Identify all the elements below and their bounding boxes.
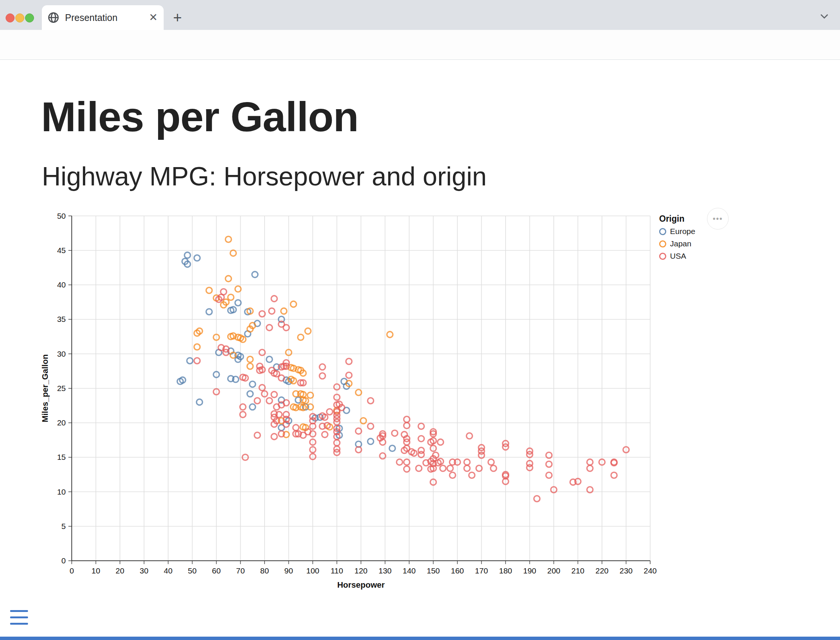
point-usa (368, 423, 374, 429)
point-usa (322, 431, 328, 437)
browser-tab-strip: Presentation ✕ + (0, 0, 840, 30)
tick-label-y: 5 (61, 522, 66, 530)
point-usa (404, 466, 410, 472)
point-japan (247, 356, 253, 362)
tick-label-x: 50 (188, 566, 196, 575)
globe-favicon-icon (48, 12, 59, 23)
point-usa (259, 385, 265, 390)
x-axis-title: Horsepower (337, 580, 385, 590)
tick-label-x: 80 (260, 566, 269, 575)
point-usa (271, 296, 277, 302)
point-japan (305, 328, 311, 334)
tick-label-x: 10 (91, 566, 100, 575)
point-japan (225, 275, 231, 282)
point-usa (368, 398, 374, 404)
point-usa (488, 459, 494, 465)
point-japan (235, 286, 241, 292)
y-axis-title: Miles_per_Gallon (40, 354, 50, 422)
mpg-horsepower-scatter: 0102030405060708090100110120130140150160… (0, 60, 840, 640)
point-usa (269, 308, 275, 314)
point-japan (194, 344, 200, 350)
point-usa (418, 451, 424, 458)
point-usa (404, 416, 410, 422)
point-usa (404, 422, 410, 429)
tick-label-x: 210 (571, 566, 584, 575)
point-japan (387, 331, 393, 338)
chevron-down-icon[interactable] (818, 9, 831, 22)
tick-label-x: 40 (164, 566, 172, 575)
tick-label-x: 30 (140, 566, 149, 575)
tab-close-icon[interactable]: ✕ (149, 12, 158, 23)
point-europe (252, 271, 258, 277)
point-usa (404, 459, 410, 465)
tick-label-x: 200 (547, 566, 560, 575)
point-usa (587, 459, 593, 465)
legend-label: Europe (670, 227, 695, 236)
point-usa (240, 411, 246, 418)
legend-ring-icon (659, 253, 666, 260)
point-usa (259, 350, 265, 355)
point-europe (368, 438, 374, 445)
tick-label-x: 240 (644, 566, 656, 575)
legend-item-japan[interactable]: Japan (659, 239, 695, 248)
point-usa (327, 409, 332, 414)
point-japan (230, 250, 236, 256)
point-japan (225, 236, 231, 242)
point-usa (466, 433, 472, 439)
tick-label-x: 150 (427, 566, 440, 575)
tick-label-y: 25 (57, 384, 66, 392)
tick-label-x: 20 (115, 566, 124, 575)
tick-label-y: 30 (57, 350, 66, 358)
point-japan (228, 294, 234, 300)
point-usa (611, 472, 617, 478)
tick-label-y: 40 (57, 280, 66, 289)
point-europe (206, 309, 212, 315)
tick-label-x: 70 (236, 566, 245, 575)
point-usa (319, 364, 326, 370)
point-usa (194, 358, 200, 364)
presentation-progress-bar[interactable] (0, 637, 840, 640)
point-usa (587, 466, 593, 471)
point-usa (346, 372, 352, 378)
browser-tab[interactable]: Presentation ✕ (42, 5, 164, 30)
point-europe (247, 391, 253, 397)
point-usa (391, 430, 398, 436)
point-usa (440, 466, 446, 471)
legend-item-usa[interactable]: USA (659, 251, 695, 261)
new-tab-button[interactable]: + (169, 9, 186, 26)
point-europe (235, 300, 241, 306)
point-usa (464, 459, 470, 465)
window-minimize-button[interactable] (15, 13, 24, 22)
point-usa (293, 425, 299, 430)
tick-label-x: 180 (499, 566, 512, 575)
point-usa (271, 434, 277, 440)
window-zoom-button[interactable] (25, 13, 34, 22)
tick-label-y: 0 (61, 556, 66, 565)
point-japan (290, 301, 296, 307)
tick-label-x: 60 (212, 566, 220, 575)
point-usa (283, 325, 289, 330)
tab-title: Presentation (65, 12, 149, 23)
legend-ring-icon (659, 240, 666, 248)
point-usa (380, 453, 386, 459)
vega-actions-menu-button[interactable]: ••• (707, 208, 729, 230)
point-usa (254, 398, 260, 404)
point-usa (469, 472, 475, 478)
slide-menu-hamburger-icon[interactable] (10, 610, 28, 627)
tick-label-x: 90 (284, 566, 293, 575)
point-usa (418, 423, 424, 429)
point-europe (196, 399, 203, 405)
tick-label-y: 50 (57, 211, 66, 220)
legend-item-europe[interactable]: Europe (659, 227, 695, 236)
point-usa (416, 466, 422, 471)
presentation-slide: Miles per Gallon Highway MPG: Horsepower… (0, 60, 840, 640)
tick-label-x: 220 (595, 566, 608, 575)
point-usa (346, 358, 352, 365)
legend-ring-icon (659, 228, 666, 235)
point-japan (281, 308, 287, 314)
point-usa (546, 461, 552, 467)
point-usa (450, 472, 455, 478)
tick-label-x: 110 (331, 566, 343, 575)
point-usa (438, 439, 444, 445)
window-close-button[interactable] (6, 13, 14, 22)
